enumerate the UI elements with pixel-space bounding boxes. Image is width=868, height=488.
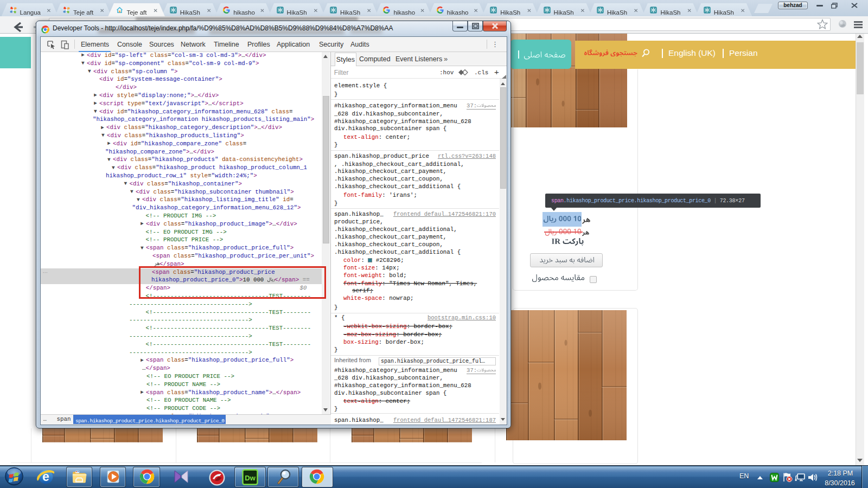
svg-text:Dw: Dw	[245, 474, 256, 482]
